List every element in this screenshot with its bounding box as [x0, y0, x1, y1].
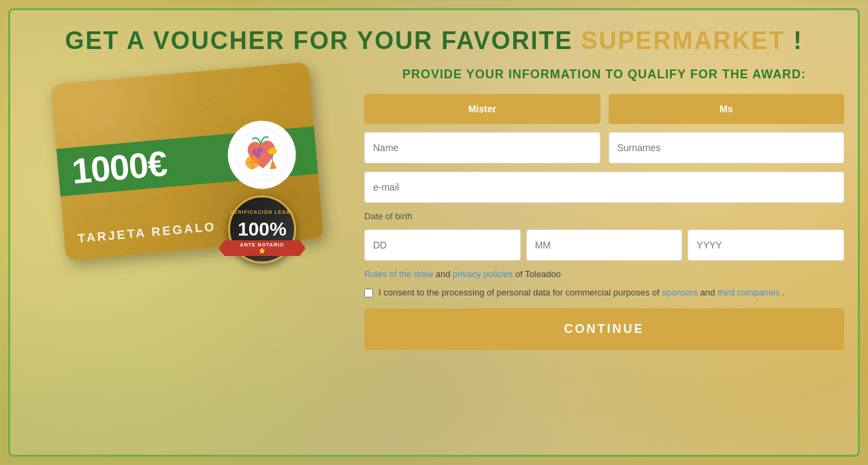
- sponsors-link[interactable]: sponsors: [662, 287, 698, 298]
- consent-row: I consent to the processing of personal …: [364, 287, 844, 298]
- surnames-input[interactable]: [609, 132, 845, 163]
- dob-year-input[interactable]: [688, 229, 844, 261]
- seal-percent: 100%: [238, 220, 287, 239]
- verification-seal: VERIFICACIÓN LEGAL 100% ANTE NOTARIO ⭐: [221, 189, 303, 270]
- third-companies-link[interactable]: third companies: [718, 287, 780, 298]
- form-subtitle: PROVIDE YOUR INFORMATION TO QUALIFY FOR …: [364, 66, 844, 83]
- seal-ribbon: ANTE NOTARIO ⭐: [225, 240, 300, 256]
- gender-row: Mister Ms: [364, 94, 844, 124]
- seal-top-text: VERIFICACIÓN LEGAL: [230, 210, 294, 214]
- dob-day-input[interactable]: [364, 229, 521, 261]
- main-container: GET A VOUCHER FOR YOUR FAVORITE SUPERMAR…: [8, 8, 860, 457]
- page-title: GET A VOUCHER FOR YOUR FAVORITE SUPERMAR…: [24, 27, 844, 55]
- left-side: 1000€: [24, 66, 351, 263]
- title-end: !: [786, 27, 803, 54]
- right-side: PROVIDE YOUR INFORMATION TO QUALIFY FOR …: [364, 66, 844, 350]
- privacy-link[interactable]: privacy policies: [453, 269, 513, 279]
- name-row: [364, 132, 844, 163]
- mister-button[interactable]: Mister: [364, 94, 600, 124]
- card-amount: 1000€: [70, 143, 168, 192]
- title-highlight: SUPERMARKET: [581, 27, 786, 54]
- continue-button[interactable]: CONTINUE: [364, 308, 844, 350]
- seal-outer: VERIFICACIÓN LEGAL 100% ANTE NOTARIO ⭐: [221, 189, 303, 270]
- page-wrapper: GET A VOUCHER FOR YOUR FAVORITE SUPERMAR…: [0, 0, 868, 465]
- name-input[interactable]: [364, 132, 600, 163]
- rules-link[interactable]: Rules of the draw: [364, 269, 433, 279]
- dob-row: [364, 229, 844, 261]
- rules-text: Rules of the draw and privacy policies o…: [364, 269, 844, 279]
- consent-text: I consent to the processing of personal …: [379, 287, 785, 298]
- email-input[interactable]: [364, 172, 844, 203]
- header: GET A VOUCHER FOR YOUR FAVORITE SUPERMAR…: [10, 10, 858, 66]
- content-area: 1000€: [10, 66, 858, 455]
- dob-month-input[interactable]: [526, 229, 683, 261]
- ms-button[interactable]: Ms: [609, 94, 845, 124]
- seal-circle: VERIFICACIÓN LEGAL 100% ANTE NOTARIO ⭐: [228, 195, 296, 263]
- dob-label: Date of birth: [364, 211, 844, 221]
- consent-checkbox[interactable]: [364, 289, 373, 298]
- veggie-logo-svg: [232, 125, 291, 185]
- title-part1: GET A VOUCHER FOR YOUR FAVORITE: [65, 27, 581, 54]
